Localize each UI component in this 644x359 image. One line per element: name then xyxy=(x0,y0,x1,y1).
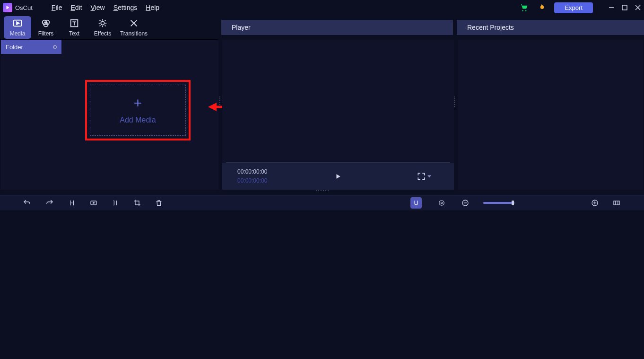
fullscreen-button[interactable] xyxy=(417,172,431,181)
fit-button[interactable] xyxy=(613,199,620,207)
projects-panel xyxy=(458,40,643,190)
zoom-slider[interactable] xyxy=(483,202,515,204)
redo-button[interactable] xyxy=(45,199,54,207)
drag-handle-right[interactable] xyxy=(454,96,457,107)
tab-effects[interactable]: Effects xyxy=(89,16,116,39)
svg-marker-26 xyxy=(337,174,340,178)
tab-effects-label: Effects xyxy=(94,30,111,37)
add-media-button[interactable]: + Add Media xyxy=(90,85,186,136)
player-panel-header: Player xyxy=(221,20,453,35)
crop-button[interactable] xyxy=(133,199,141,207)
frame-button[interactable] xyxy=(90,199,97,207)
snap-button[interactable] xyxy=(410,197,422,209)
window-close-icon[interactable] xyxy=(635,4,641,11)
svg-marker-27 xyxy=(427,175,431,178)
player-viewport xyxy=(222,40,454,163)
projects-title: Recent Projects xyxy=(467,24,514,31)
svg-marker-8 xyxy=(17,22,19,25)
window-minimize-icon[interactable] xyxy=(608,4,615,11)
svg-marker-32 xyxy=(93,202,95,204)
tab-strip: Media Filters Text Effects Transitions xyxy=(0,15,218,40)
svg-point-1 xyxy=(522,10,524,11)
bracket-button[interactable] xyxy=(112,199,119,207)
svg-point-33 xyxy=(441,202,443,204)
media-panel: Folder 0 + Add Media xyxy=(1,40,218,190)
titlebar: OsCut File Edit View Settings Help Expor… xyxy=(0,0,644,15)
delete-button[interactable] xyxy=(155,199,163,207)
svg-marker-25 xyxy=(208,103,217,111)
media-body: + Add Media xyxy=(61,40,218,190)
timeline-area[interactable] xyxy=(0,211,644,359)
app-logo xyxy=(3,3,12,12)
plus-icon: + xyxy=(134,96,142,110)
svg-line-21 xyxy=(105,25,106,26)
folder-count: 0 xyxy=(53,44,57,51)
tab-filters[interactable]: Filters xyxy=(32,16,60,39)
projects-panel-header: Recent Projects xyxy=(457,20,644,35)
menu-edit[interactable]: Edit xyxy=(70,4,82,11)
menu-file[interactable]: File xyxy=(52,4,62,11)
tab-text[interactable]: Text xyxy=(61,16,88,39)
menu-view[interactable]: View xyxy=(91,4,105,11)
svg-line-20 xyxy=(100,20,101,21)
panels-row: Folder 0 + Add Media 00:00:00:00 00: xyxy=(0,40,644,190)
play-button[interactable] xyxy=(335,173,341,180)
app-title: OsCut xyxy=(15,4,33,11)
tab-transitions-label: Transitions xyxy=(120,30,148,37)
tab-media[interactable]: Media xyxy=(4,16,31,39)
export-button[interactable]: Export xyxy=(554,2,593,13)
player-panel: 00:00:00:00 00:00:00:00 xyxy=(222,40,454,190)
player-controls: 00:00:00:00 00:00:00:00 xyxy=(222,163,454,190)
drag-handle-horizontal[interactable] xyxy=(0,190,644,191)
split-button[interactable] xyxy=(68,199,76,207)
svg-rect-4 xyxy=(622,5,627,10)
menu-settings[interactable]: Settings xyxy=(113,4,138,11)
svg-rect-40 xyxy=(614,201,619,205)
svg-point-15 xyxy=(101,21,104,25)
folder-row[interactable]: Folder 0 xyxy=(1,40,61,54)
player-times: 00:00:00:00 00:00:00:00 xyxy=(237,167,267,185)
chevron-down-icon xyxy=(427,175,431,178)
player-title: Player xyxy=(232,24,251,31)
flame-icon[interactable] xyxy=(537,3,546,12)
add-media-highlight: + Add Media xyxy=(85,80,191,140)
window-maximize-icon[interactable] xyxy=(621,4,628,11)
timeline-toolbar xyxy=(0,195,644,211)
settings-box-button[interactable] xyxy=(436,197,447,209)
svg-point-34 xyxy=(439,201,444,206)
add-media-label: Add Media xyxy=(120,116,156,124)
menu-help[interactable]: Help xyxy=(146,4,159,11)
tab-filters-label: Filters xyxy=(38,30,54,37)
tab-media-label: Media xyxy=(10,30,26,37)
menubar: File Edit View Settings Help xyxy=(52,4,159,11)
svg-line-22 xyxy=(100,25,101,26)
folder-label: Folder xyxy=(6,44,23,51)
zoom-in-button[interactable] xyxy=(591,199,599,207)
cart-icon[interactable] xyxy=(519,3,529,12)
title-actions: Export xyxy=(519,2,641,13)
tab-text-label: Text xyxy=(69,30,79,37)
player-time-total: 00:00:00:00 xyxy=(237,176,267,185)
player-time-current: 00:00:00:00 xyxy=(237,167,267,176)
tab-transitions[interactable]: Transitions xyxy=(117,16,150,39)
undo-button[interactable] xyxy=(23,199,31,207)
svg-point-2 xyxy=(525,10,527,11)
svg-line-23 xyxy=(105,20,106,21)
svg-marker-0 xyxy=(7,6,9,9)
media-sidebar: Folder 0 xyxy=(1,40,61,190)
zoom-out-button[interactable] xyxy=(461,199,469,207)
